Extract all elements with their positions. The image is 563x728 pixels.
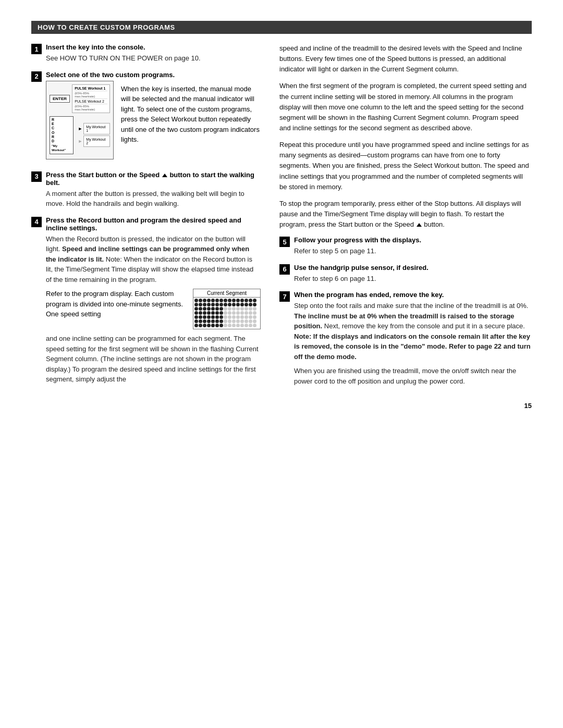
right-step-7-content: When the program has ended, remove the k… (294, 291, 532, 386)
my-workout-1-item: My Workout 1 (83, 123, 110, 134)
header-title: HOW TO CREATE CUSTOM PROGRAMS (38, 23, 175, 31)
enter-btn-diagram: ENTER (50, 95, 70, 103)
step-4-content: Press the Record button and program the … (46, 216, 261, 385)
right-para-2: When the first segment of the program is… (279, 81, 532, 133)
right-step-5-title: Follow your progress with the displays. (294, 236, 532, 244)
segment-diagram: Current Segment (193, 289, 261, 329)
page-container: HOW TO CREATE CUSTOM PROGRAMS 1 Insert t… (31, 21, 532, 410)
pulse-workout-1-item: PULSE Workout 1 (75, 86, 107, 91)
record-btn-diagram: RECORD"My Workout" (50, 116, 74, 154)
right-step-7-title: When the program has ended, remove the k… (294, 291, 532, 299)
right-step-5-body: Refer to step 5 on page 11. (294, 246, 532, 256)
two-col-layout: 1 Insert the key into the console. See H… (31, 43, 532, 410)
right-step-6-title: Use the handgrip pulse sensor, if desire… (294, 264, 532, 272)
step-3: 3 Press the Start button or the Speed bu… (31, 171, 261, 209)
right-step-7: 7 When the program has ended, remove the… (279, 291, 532, 386)
right-step-5: 5 Follow your progress with the displays… (279, 236, 532, 256)
right-step-7-body-1: Step onto the foot rails and make sure t… (294, 301, 532, 362)
step-1-number: 1 (31, 44, 42, 54)
step-1-title: Insert the key into the console. (46, 43, 261, 51)
workout-list: PULSE Workout 1 (65%-85% max.heartrate) … (72, 84, 110, 113)
right-steps: 5 Follow your progress with the displays… (279, 236, 532, 386)
step-3-content: Press the Start button or the Speed butt… (46, 171, 261, 209)
step-1-content: Insert the key into the console. See HOW… (46, 43, 261, 64)
right-para-1: speed and incline of the treadmill to th… (279, 43, 532, 75)
pulse-workout-2-item: PULSE Workout 2 (75, 99, 107, 104)
step-4-text-left: Refer to the program display. Each custo… (46, 289, 186, 319)
pulse-workout-1-sub: (65%-85% max.heartrate) (75, 91, 107, 99)
step-2: 2 Select one of the two custom programs.… (31, 71, 261, 164)
step-4-body-1: When the Record button is pressed, the i… (46, 234, 261, 285)
right-para-3: Repeat this procedure until you have pro… (279, 140, 532, 192)
right-step-5-content: Follow your progress with the displays. … (294, 236, 532, 256)
step-1: 1 Insert the key into the console. See H… (31, 43, 261, 64)
step-4: 4 Press the Record button and program th… (31, 216, 261, 385)
right-step-5-number: 5 (279, 237, 290, 247)
step-4-title: Press the Record button and program the … (46, 216, 261, 232)
segment-header: Current Segment (193, 289, 260, 298)
step-1-body: See HOW TO TURN ON THE POWER on page 10. (46, 53, 261, 64)
right-step-6-content: Use the handgrip pulse sensor, if desire… (294, 264, 532, 284)
step-2-title: Select one of the two custom programs. (46, 71, 261, 79)
my-workout-2-item: My Workout 2 (83, 135, 110, 147)
page-number: 15 (279, 402, 532, 410)
step-2-number: 2 (31, 71, 42, 82)
console-diagram: ENTER PULSE Workout 1 (65%-85% max.heart… (46, 81, 114, 159)
step-3-number: 3 (31, 171, 42, 182)
step-3-title: Press the Start button or the Speed butt… (46, 171, 261, 187)
step-2-body: When the key is inserted, the manual mod… (121, 84, 261, 145)
right-step-7-number: 7 (279, 291, 290, 302)
step-3-body: A moment after the button is pressed, th… (46, 189, 261, 209)
right-step-7-body-2: When you are finished using the treadmil… (294, 366, 532, 386)
right-step-6-number: 6 (279, 264, 290, 275)
pulse-workout-2-sub: (65%-85% max.heartrate) (75, 104, 107, 112)
step-2-image-row: ENTER PULSE Workout 1 (65%-85% max.heart… (46, 81, 261, 159)
right-step-6: 6 Use the handgrip pulse sensor, if desi… (279, 264, 532, 284)
step-4-body-2: and one incline setting can be programme… (46, 334, 261, 385)
segment-grid (193, 298, 260, 329)
step-2-content: Select one of the two custom programs. E… (46, 71, 261, 164)
right-step-6-body: Refer to step 6 on page 11. (294, 274, 532, 284)
step-4-number: 4 (31, 217, 42, 227)
right-para-4: To stop the program temporarily, press e… (279, 199, 532, 230)
left-column: 1 Insert the key into the console. See H… (31, 43, 261, 410)
step-4-image-row: Refer to the program display. Each custo… (46, 289, 261, 329)
section-header: HOW TO CREATE CUSTOM PROGRAMS (31, 21, 532, 34)
right-col-text: speed and incline of the treadmill to th… (279, 43, 532, 230)
right-column: speed and incline of the treadmill to th… (279, 43, 532, 410)
